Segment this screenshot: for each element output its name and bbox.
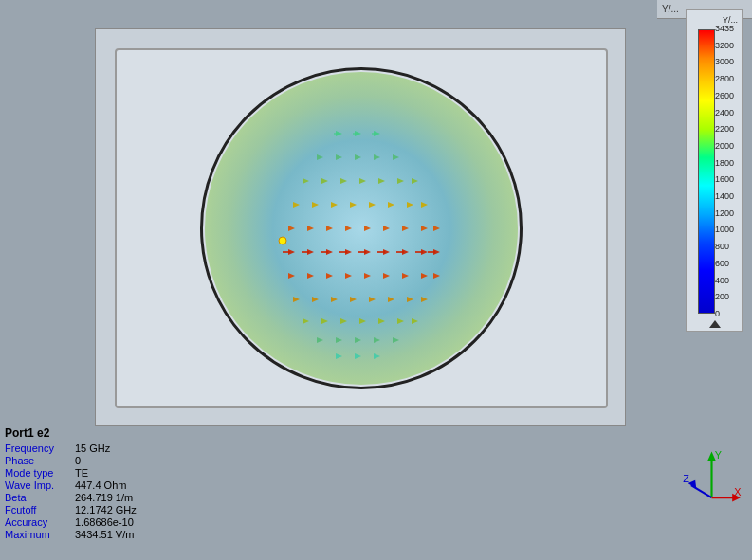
svg-marker-29	[402, 226, 409, 231]
svg-marker-24	[307, 226, 314, 231]
info-row-fcutoff: Fcutoff 12.1742 GHz	[5, 504, 175, 515]
info-value-maximum: 3434.51 V/m	[75, 529, 134, 540]
svg-marker-5	[355, 154, 361, 160]
svg-marker-6	[374, 154, 380, 160]
svg-marker-28	[383, 226, 390, 231]
info-value-phase: 0	[75, 455, 81, 466]
svg-marker-42	[307, 273, 314, 279]
info-value-beta: 264.719 1/m	[75, 492, 133, 503]
svg-marker-11	[359, 178, 366, 184]
colorbar-label-1200: 1200	[715, 209, 736, 218]
colorbar: Y/... 3435 3200 3000 2800 2600 2400 2200…	[686, 9, 743, 332]
svg-marker-52	[331, 297, 338, 302]
svg-marker-50	[293, 297, 300, 302]
svg-marker-71	[355, 353, 361, 359]
info-value-frequency: 15 GHz	[75, 443, 110, 454]
svg-marker-48	[421, 273, 428, 279]
info-key-fcutoff: Fcutoff	[5, 504, 71, 515]
colorbar-label-0: 0	[715, 310, 736, 318]
svg-marker-14	[412, 178, 418, 184]
colorbar-max: 3435	[715, 25, 736, 33]
colorbar-marker	[709, 320, 721, 328]
info-row-frequency: Frequency 15 GHz	[5, 443, 175, 454]
sim-canvas	[95, 28, 626, 426]
svg-marker-4	[336, 154, 342, 160]
info-key-accuracy: Accuracy	[5, 516, 71, 528]
svg-marker-45	[364, 273, 371, 279]
colorbar-label-2400: 2400	[715, 109, 736, 117]
svg-marker-56	[407, 297, 413, 302]
svg-marker-10	[340, 178, 347, 184]
svg-marker-58	[303, 318, 309, 324]
arrow-field	[205, 72, 518, 385]
svg-text:Z: Z	[683, 473, 689, 484]
colorbar-label-2600: 2600	[715, 92, 736, 100]
info-panel: Port1 e2 Frequency 15 GHz Phase 0 Mode t…	[5, 426, 175, 541]
info-row-maximum: Maximum 3434.51 V/m	[5, 529, 175, 540]
colorbar-label-400: 400	[715, 277, 736, 285]
colorbar-labels: 3435 3200 3000 2800 2600 2400 2200 2000 …	[715, 25, 736, 318]
svg-marker-60	[340, 318, 347, 324]
colorbar-label-200: 200	[715, 293, 736, 301]
svg-marker-65	[317, 337, 323, 343]
svg-marker-69	[393, 337, 399, 343]
info-row-accuracy: Accuracy 1.68686e-10	[5, 516, 175, 528]
info-row-beta: Beta 264.719 1/m	[5, 492, 175, 503]
svg-marker-27	[364, 226, 371, 231]
tab-label: Y/...	[662, 4, 679, 14]
colorbar-label-2800: 2800	[715, 75, 736, 83]
svg-marker-3	[317, 154, 323, 160]
svg-marker-17	[331, 202, 338, 208]
info-key-waveimp: Wave Imp.	[5, 479, 71, 491]
colorbar-label-3000: 3000	[715, 58, 736, 66]
svg-marker-25	[326, 226, 333, 231]
svg-marker-63	[397, 318, 404, 324]
svg-marker-21	[407, 202, 413, 208]
svg-marker-26	[345, 226, 352, 231]
svg-marker-13	[397, 178, 404, 184]
colorbar-label-2200: 2200	[715, 125, 736, 134]
coordinate-axes: Y Z X	[681, 446, 743, 508]
svg-text:X: X	[734, 486, 741, 497]
info-row-modetype: Mode type TE	[5, 467, 175, 479]
info-key-modetype: Mode type	[5, 467, 71, 479]
svg-marker-7	[393, 154, 399, 160]
svg-marker-66	[336, 337, 342, 343]
colorbar-label-1000: 1000	[715, 226, 736, 234]
info-key-maximum: Maximum	[5, 529, 71, 540]
svg-marker-70	[336, 353, 342, 359]
svg-point-85	[279, 237, 286, 244]
svg-marker-54	[369, 297, 376, 302]
svg-marker-41	[288, 273, 295, 279]
svg-marker-19	[369, 202, 376, 208]
svg-marker-18	[350, 202, 357, 208]
svg-marker-72	[374, 353, 380, 359]
svg-marker-31	[433, 226, 440, 231]
svg-marker-15	[293, 202, 300, 208]
svg-marker-55	[388, 297, 394, 302]
info-row-waveimp: Wave Imp. 447.4 Ohm	[5, 479, 175, 491]
colorbar-label-1400: 1400	[715, 192, 736, 201]
info-key-frequency: Frequency	[5, 443, 71, 454]
svg-marker-47	[402, 273, 409, 279]
svg-marker-91	[688, 480, 697, 489]
colorbar-label-3200: 3200	[715, 42, 736, 50]
svg-marker-57	[421, 297, 428, 302]
svg-marker-86	[709, 320, 721, 328]
colorbar-label-600: 600	[715, 260, 736, 268]
svg-marker-62	[378, 318, 385, 324]
svg-marker-16	[312, 202, 319, 208]
svg-marker-22	[421, 202, 428, 208]
info-value-waveimp: 447.4 Ohm	[75, 479, 126, 491]
info-key-beta: Beta	[5, 492, 71, 503]
svg-marker-12	[378, 178, 385, 184]
colorbar-label-1600: 1600	[715, 175, 736, 184]
svg-marker-67	[355, 337, 361, 343]
svg-marker-23	[288, 226, 295, 231]
colorbar-label-800: 800	[715, 243, 736, 251]
info-value-accuracy: 1.68686e-10	[75, 516, 134, 528]
svg-marker-61	[359, 318, 366, 324]
info-title: Port1 e2	[5, 426, 175, 440]
svg-marker-51	[312, 297, 319, 302]
colorbar-gradient	[698, 29, 715, 314]
